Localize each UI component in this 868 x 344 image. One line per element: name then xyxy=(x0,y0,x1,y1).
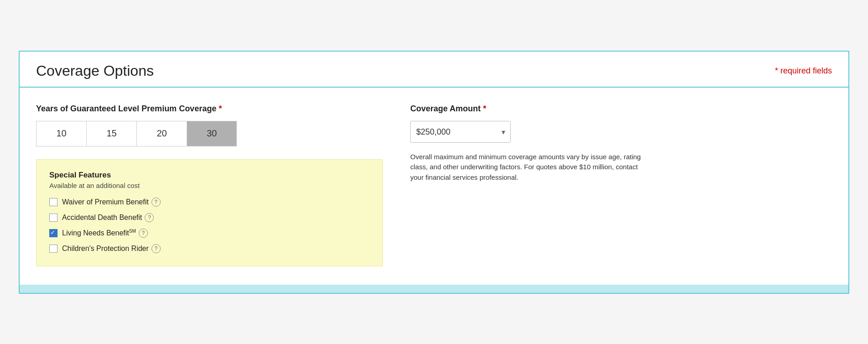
panel: Coverage Options * required fields Years… xyxy=(19,51,849,294)
accidental-death-checkbox[interactable] xyxy=(49,214,58,222)
panel-footer xyxy=(20,285,848,293)
accidental-death-label: Accidental Death Benefit ? xyxy=(62,213,154,222)
childrens-protection-checkbox[interactable] xyxy=(49,245,58,253)
years-buttons-group: 10 15 20 30 xyxy=(36,121,383,146)
year-btn-30[interactable]: 30 xyxy=(187,121,237,146)
living-needs-checkbox[interactable] xyxy=(49,229,58,237)
waiver-premium-help-icon[interactable]: ? xyxy=(152,198,161,207)
page-title: Coverage Options xyxy=(36,63,154,79)
childrens-protection-label: Children's Protection Rider ? xyxy=(62,244,161,253)
year-btn-10[interactable]: 10 xyxy=(36,121,86,146)
waiver-premium-checkbox[interactable] xyxy=(49,198,58,206)
living-needs-label: Living Needs BenefitSM ? xyxy=(62,229,148,238)
childrens-protection-help-icon[interactable]: ? xyxy=(152,244,161,253)
feature-item-living: Living Needs BenefitSM ? xyxy=(49,229,370,238)
accidental-death-help-icon[interactable]: ? xyxy=(145,213,154,222)
right-section: Coverage Amount * $100,000 $150,000 $200… xyxy=(410,104,832,266)
year-btn-20[interactable]: 20 xyxy=(136,121,187,146)
feature-item-accidental: Accidental Death Benefit ? xyxy=(49,213,370,222)
page-wrapper: Coverage Options * required fields Years… xyxy=(0,0,868,344)
special-features-box: Special Features Available at an additio… xyxy=(36,159,383,266)
coverage-required-star: * xyxy=(483,104,486,113)
feature-item-waiver: Waiver of Premium Benefit ? xyxy=(49,198,370,207)
panel-body: Years of Guaranteed Level Premium Covera… xyxy=(20,88,848,285)
coverage-amount-select-wrapper: $100,000 $150,000 $200,000 $250,000 $300… xyxy=(410,121,511,143)
left-section: Years of Guaranteed Level Premium Covera… xyxy=(36,104,383,266)
special-features-subtitle: Available at an additional cost xyxy=(49,182,370,189)
special-features-title: Special Features xyxy=(49,171,370,180)
coverage-note: Overall maximum and minimum coverage amo… xyxy=(410,152,648,183)
coverage-amount-label: Coverage Amount * xyxy=(410,104,832,114)
years-required-star: * xyxy=(219,104,222,113)
waiver-premium-label: Waiver of Premium Benefit ? xyxy=(62,198,161,207)
living-needs-help-icon[interactable]: ? xyxy=(139,229,148,238)
feature-item-childrens: Children's Protection Rider ? xyxy=(49,244,370,253)
year-btn-15[interactable]: 15 xyxy=(86,121,136,146)
coverage-amount-select[interactable]: $100,000 $150,000 $200,000 $250,000 $300… xyxy=(410,121,511,143)
years-coverage-label: Years of Guaranteed Level Premium Covera… xyxy=(36,104,383,114)
panel-header: Coverage Options * required fields xyxy=(20,52,848,88)
required-fields-label: * required fields xyxy=(775,66,832,76)
